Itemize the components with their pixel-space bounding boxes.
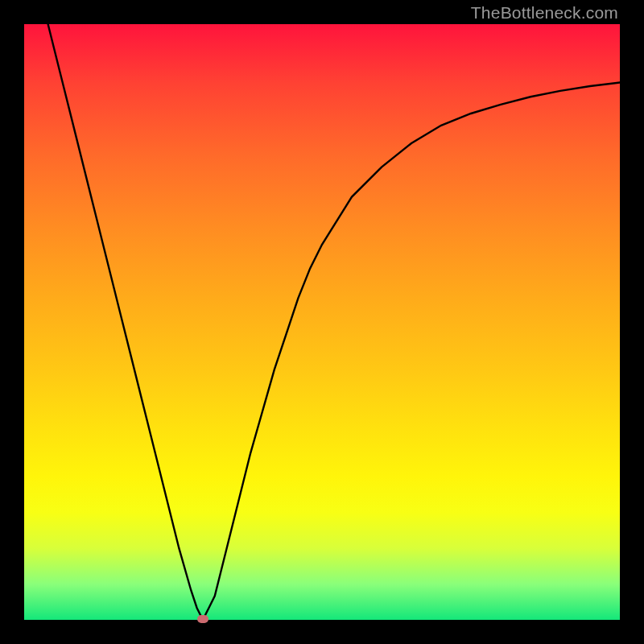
chart-frame: TheBottleneck.com	[0, 0, 644, 644]
watermark-text: TheBottleneck.com	[471, 3, 618, 23]
bottleneck-curve	[24, 24, 620, 620]
optimal-point-marker	[197, 615, 208, 623]
